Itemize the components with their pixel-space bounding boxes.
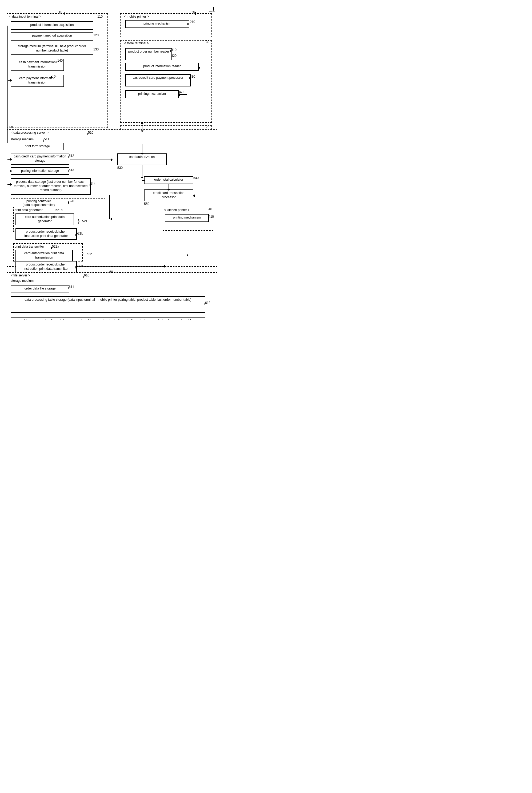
order-total-calculator-box: order total calculator (144, 176, 193, 184)
line-auth-center-to-auth (142, 144, 142, 153)
card-auth-print-trans-label: card authorization print data transmissi… (24, 251, 64, 259)
print-data-generator-label: print data generator (15, 208, 43, 212)
num-140: 140 (57, 59, 63, 62)
num-612: 612 (205, 301, 210, 305)
cash-credit-storage-label: cash/credit card payment information sto… (14, 154, 66, 163)
arrow-h-card (11, 79, 12, 82)
num-521b: 521b (76, 232, 83, 235)
arrow-to-ps (11, 170, 12, 172)
mobile-printing-mechanism-box: printing mechanism (125, 20, 189, 28)
pairing-storage-label: pairing information storage (21, 169, 59, 173)
storage-medium-box: storage medium (terminal ID, next produc… (11, 43, 93, 55)
num-120: 120 (93, 33, 99, 37)
num-550: 550 (144, 202, 149, 206)
line-card-auth-print-to-store (73, 255, 188, 255)
mobile-printing-mechanism-label: printing mechanism (144, 22, 171, 25)
store-printing-mechanism-box: printing mechanism (125, 90, 179, 98)
product-order-receipt-gen-box: product order receipt/kitchen instructio… (16, 228, 77, 240)
payment-method-acquisition-label: payment method acquisition (32, 34, 72, 37)
print-form-storage-box: print form storage (11, 143, 64, 150)
num-130: 130 (93, 48, 99, 51)
kitchen-printer-label: < kitchen printer > (164, 208, 190, 212)
credit-card-transaction-label: credit card transaction processor (153, 191, 184, 199)
card-authorization-box: card authorization (117, 153, 167, 165)
arrow-cct-to-capg (110, 218, 112, 220)
storage-medium-server-label: storage medium (11, 137, 34, 141)
mobile-printer-label: < mobile printer > (124, 15, 149, 18)
product-order-number-reader-box: product order number reader (125, 48, 172, 60)
card-authorization-label: card authorization (129, 155, 155, 159)
cash-credit-payment-processor-box: cash/credit card payment processor (125, 74, 191, 87)
data-processing-table-label: data processing table storage (data inpu… (24, 298, 191, 301)
line-to-kitchen (77, 266, 165, 266)
process-data-storage-label: process data storage (last order number … (14, 180, 88, 192)
line-ca-to-otc (142, 165, 142, 177)
num-513: 513 (69, 168, 74, 172)
num-511: 511 (44, 137, 49, 141)
payment-method-acquisition-box: payment method acquisition (11, 32, 93, 40)
product-info-acquisition-label: product information acquisition (31, 23, 74, 27)
line-h-store-pm (179, 94, 187, 95)
num-540: 540 (193, 176, 199, 180)
num-521-bracket: } (78, 218, 79, 224)
file-server-print-form-label: print form storage (credit card charge r… (19, 318, 197, 320)
num-210: 210 (190, 20, 195, 24)
product-info-reader-box: product information reader (125, 63, 199, 71)
line-otc-to-cct (169, 184, 169, 189)
file-server-label: < file server > (11, 274, 30, 277)
store-terminal-label: < store terminal > (124, 41, 149, 45)
num-30: 30 (206, 40, 209, 44)
order-data-file-box: order data file storage (11, 285, 69, 292)
num-510: 510 (88, 131, 93, 134)
num-522-bracket: } (82, 251, 84, 256)
num-70: 70 (206, 125, 209, 129)
num-610: 610 (84, 274, 89, 277)
print-data-transmitter-label: print data transmitter (15, 245, 44, 248)
num-410: 410 (209, 215, 214, 219)
process-data-storage-box: process data storage (last order number … (11, 178, 91, 195)
product-info-reader-label: product information reader (143, 64, 181, 68)
arrow-down-auth (141, 153, 144, 155)
num-520: 520 (69, 199, 74, 203)
line-store-auth (142, 123, 142, 131)
product-order-receipt-trans-box: product order receipt/kitchen instructio… (16, 261, 77, 273)
card-auth-print-gen-label: card authorization print data generator (25, 215, 65, 223)
num-60: 60 (109, 270, 113, 274)
card-auth-print-gen-box: card authorization print data generator (16, 214, 74, 225)
product-order-receipt-trans-label: product order receipt/kitchen instructio… (24, 262, 69, 271)
product-order-receipt-gen-label: product order receipt/kitchen instructio… (24, 230, 68, 238)
arrow-down-store (141, 130, 144, 132)
left-spine-line (7, 25, 8, 143)
data-processing-table-box: data processing table storage (data inpu… (11, 296, 205, 313)
product-order-number-reader-label: product order number reader (128, 50, 169, 53)
arrow-up-store (141, 122, 144, 124)
arrow-pir (198, 67, 200, 69)
arrow-to-kitchen (164, 265, 166, 268)
num-50: 50 (10, 125, 13, 129)
cash-payment-box: cash payment information transmission (11, 59, 64, 71)
order-total-calculator-label: order total calculator (154, 178, 183, 181)
arrow-to-ccs (11, 158, 12, 161)
arrow-ca-otc (141, 177, 144, 179)
product-info-acquisition-box: product information acquisition (11, 21, 93, 30)
print-form-storage-label: print form storage (25, 144, 50, 148)
num-522a: 522a (52, 245, 59, 248)
order-data-file-label: order data file storage (24, 287, 56, 290)
num-521: 521 (82, 219, 88, 223)
num-10: 10 (59, 10, 62, 14)
line-v-to-store-right (187, 94, 187, 255)
line-cct-to-capg (109, 219, 144, 219)
num-514: 514 (90, 182, 95, 186)
num-530: 530 (117, 166, 123, 170)
arrow-to-card-auth (70, 160, 111, 160)
data-processing-server-label: < data processing server > (11, 131, 49, 134)
num-320: 320 (171, 54, 176, 58)
cash-credit-payment-processor-label: cash/credit card payment processor (133, 76, 183, 79)
credit-card-transaction-box: credit card transaction processor (144, 189, 193, 201)
storage-medium-label: storage medium (terminal ID, next produc… (18, 44, 86, 52)
num-150: 150 (52, 74, 57, 78)
line-v-cct-pgen (109, 195, 110, 219)
num-611: 611 (69, 285, 74, 289)
arrow-to-otc (144, 179, 145, 182)
arrow-otc-cct (168, 189, 170, 191)
